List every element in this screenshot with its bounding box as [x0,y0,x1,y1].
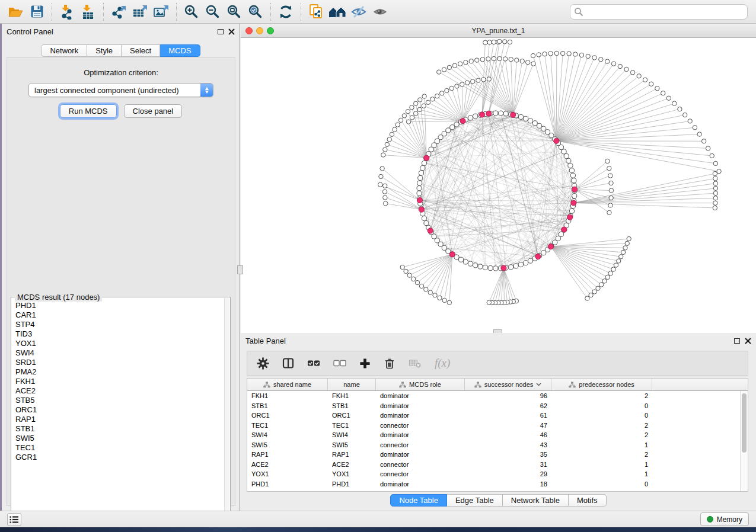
mcds-result-item[interactable]: TEC1 [15,443,223,453]
tab-network[interactable]: Network [41,44,87,57]
cell-predecessor-nodes[interactable]: 2 [551,451,652,458]
mcds-result-item[interactable]: STP4 [15,320,223,329]
first-neighbors-icon[interactable] [327,2,348,22]
table-row[interactable]: YOX1YOX1connector291 [247,469,740,479]
export-image-icon[interactable] [151,2,172,22]
run-mcds-button[interactable]: Run MCDS [60,104,117,118]
cell-successor-nodes[interactable]: 18 [465,480,551,488]
table-row[interactable]: RAP1RAP1dominator352 [247,450,740,460]
close-panel-icon[interactable] [228,28,235,35]
cell-name[interactable]: FKH1 [328,392,376,399]
table-tab-node-table[interactable]: Node Table [390,494,447,507]
cell-successor-nodes[interactable]: 47 [465,422,551,429]
search-input[interactable] [570,4,748,20]
cell-shared-name[interactable]: SWI5 [247,441,328,448]
hide-selected-icon[interactable] [348,2,369,22]
mcds-result-item[interactable]: PMA2 [15,367,223,377]
show-column-icon[interactable] [282,357,294,369]
zoom-in-icon[interactable] [181,2,202,22]
mcds-result-item[interactable]: STB5 [15,396,223,405]
cell-shared-name[interactable]: STB1 [247,402,328,409]
create-column-icon[interactable] [359,358,371,369]
cell-shared-name[interactable]: SWI4 [247,431,328,438]
cell-mcds-role[interactable]: dominator [376,402,465,409]
tab-select[interactable]: Select [122,44,160,57]
select-all-columns-icon[interactable] [307,359,320,367]
zoom-fit-icon[interactable] [224,2,245,22]
table-row[interactable]: PHD1PHD1dominator180 [247,479,740,489]
column-header-mcds-role[interactable]: MCDS role [376,379,465,390]
mcds-result-item[interactable]: ORC1 [15,405,223,415]
mcds-result-item[interactable]: ACE2 [15,386,223,396]
cell-name[interactable]: ORC1 [328,412,376,419]
table-row[interactable]: SWI5SWI5connector431 [247,440,740,450]
cell-mcds-role[interactable]: dominator [376,392,465,399]
vertical-splitter-handle[interactable] [237,265,243,274]
table-tab-edge-table[interactable]: Edge Table [447,494,503,507]
cell-predecessor-nodes[interactable]: 0 [551,412,652,419]
mcds-result-item[interactable]: GCR1 [15,453,223,462]
cell-mcds-role[interactable]: dominator [376,412,465,419]
duplicate-network-icon[interactable] [305,2,327,22]
tab-mcds[interactable]: MCDS [160,44,200,57]
cell-mcds-role[interactable]: connector [376,470,465,477]
cell-mcds-role[interactable]: connector [376,461,465,468]
cell-successor-nodes[interactable]: 46 [465,431,551,438]
zoom-selected-icon[interactable] [245,2,266,22]
network-graph[interactable] [241,38,756,333]
network-window-titlebar[interactable]: YPA_prune.txt_1 [241,24,756,38]
cell-predecessor-nodes[interactable]: 0 [551,402,652,409]
mcds-result-item[interactable]: SRD1 [15,358,223,367]
column-header-predecessor-nodes[interactable]: predecessor nodes [551,379,652,390]
table-options-gear-icon[interactable] [257,357,269,370]
close-panel-icon[interactable] [745,338,751,344]
close-panel-button[interactable]: Close panel [124,104,183,118]
table-tab-motifs[interactable]: Motifs [569,494,607,507]
cell-name[interactable]: SWI4 [328,431,376,438]
memory-button[interactable]: Memory [700,512,749,526]
table-row[interactable]: ACE2ACE2connector311 [247,460,740,470]
cell-predecessor-nodes[interactable]: 1 [551,441,652,448]
column-header-shared-name[interactable]: shared name [247,379,328,390]
import-table-icon[interactable] [78,2,99,22]
column-header-name[interactable]: name [328,379,376,390]
table-row[interactable]: SWI4SWI4dominator462 [247,430,740,440]
float-window-icon[interactable] [734,338,740,344]
mcds-result-item[interactable]: FKH1 [15,377,223,386]
cell-name[interactable]: RAP1 [328,451,376,458]
table-row[interactable]: ORC1ORC1dominator610 [247,411,740,421]
mcds-result-item[interactable]: SWI4 [15,348,223,358]
cell-shared-name[interactable]: TEC1 [247,422,328,429]
save-session-icon[interactable] [26,2,47,22]
cell-predecessor-nodes[interactable]: 1 [551,470,652,477]
cell-predecessor-nodes[interactable]: 2 [551,422,652,429]
tab-style[interactable]: Style [87,44,122,57]
cell-shared-name[interactable]: ACE2 [247,461,328,468]
cell-name[interactable]: YOX1 [328,470,376,477]
cell-successor-nodes[interactable]: 29 [465,470,551,477]
open-file-icon[interactable] [5,2,26,22]
mcds-result-scrollbar[interactable] [224,298,229,516]
table-row[interactable]: TEC1TEC1connector472 [247,421,740,431]
cell-successor-nodes[interactable]: 43 [465,441,551,448]
float-window-icon[interactable] [218,29,224,34]
unselect-all-columns-icon[interactable] [333,359,346,367]
mcds-result-list[interactable]: PHD1CAR1STP4TID3YOX1SWI4SRD1PMA2FKH1ACE2… [15,301,223,515]
table-tab-network-table[interactable]: Network Table [503,494,569,507]
cell-successor-nodes[interactable]: 62 [465,402,551,409]
cell-mcds-role[interactable]: dominator [376,431,465,438]
mcds-result-item[interactable]: PHD1 [15,301,223,310]
cell-name[interactable]: ACE2 [328,461,376,468]
cell-predecessor-nodes[interactable]: 0 [551,480,652,488]
mcds-result-item[interactable]: CAR1 [15,310,223,320]
table-scrollbar[interactable] [740,391,748,491]
criterion-dropdown[interactable]: largest connected component (undirected) [28,83,213,97]
cell-predecessor-nodes[interactable]: 1 [551,461,652,468]
export-table-icon[interactable] [129,2,151,22]
mcds-result-item[interactable]: TID3 [15,329,223,339]
cell-mcds-role[interactable]: connector [376,441,465,448]
cell-name[interactable]: TEC1 [328,422,376,429]
cell-successor-nodes[interactable]: 35 [465,451,551,458]
cell-successor-nodes[interactable]: 31 [465,461,551,468]
cell-predecessor-nodes[interactable]: 2 [551,431,652,438]
